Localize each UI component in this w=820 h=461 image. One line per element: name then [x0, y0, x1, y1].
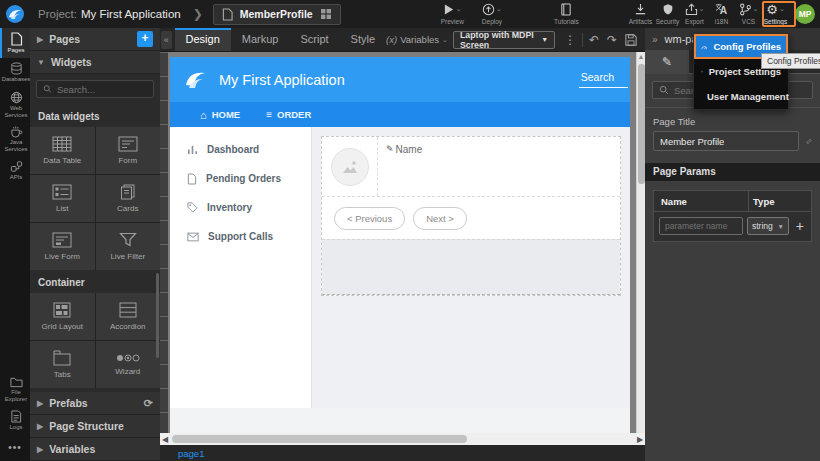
grid-icon[interactable] — [320, 8, 332, 20]
page-tab-memberprofile[interactable]: MemberProfile — [213, 4, 341, 25]
scroll-right-arrow[interactable]: ▶ — [635, 435, 645, 444]
sidebar-item-logs[interactable]: Logs — [0, 406, 30, 436]
widget-live-filter[interactable]: Live Filter — [96, 223, 161, 270]
image-placeholder — [331, 148, 369, 186]
list-icon — [52, 184, 72, 200]
collapse-left-panel-button[interactable]: « — [161, 31, 172, 49]
prefabs-section-header[interactable]: ▶ Prefabs ⟳ — [30, 392, 160, 415]
variables-dropdown-button[interactable]: (x) Variables ⌄ — [386, 34, 448, 45]
sidebar-item-databases[interactable]: Databases — [0, 58, 30, 88]
name-field[interactable]: ✎ Name — [378, 137, 422, 196]
previous-button[interactable]: < Previous — [334, 207, 405, 230]
menu-item-support-calls[interactable]: Support Calls — [170, 222, 311, 251]
user-avatar[interactable]: MP — [795, 4, 815, 24]
tab-markup[interactable]: Markup — [231, 28, 290, 51]
widget-grid-layout[interactable]: Grid Layout — [30, 293, 95, 340]
page-title-input[interactable] — [653, 131, 799, 151]
refresh-icon[interactable]: ⟳ — [144, 397, 153, 410]
properties-tab-edit[interactable]: ✎ — [645, 50, 689, 74]
preview-button[interactable]: ⌄ Preview — [441, 0, 464, 28]
widget-list[interactable]: List — [30, 175, 95, 222]
more-options-icon[interactable]: ⋮ — [560, 33, 580, 47]
menu-item-inventory[interactable]: Inventory — [170, 193, 311, 222]
tab-script[interactable]: Script — [289, 28, 339, 51]
widget-search-input[interactable] — [57, 84, 147, 95]
sidebar-item-apis[interactable]: APIs — [0, 156, 30, 186]
preview-nav-order[interactable]: ≡ ORDER — [266, 109, 311, 120]
widget-live-form[interactable]: Live Form — [30, 223, 95, 270]
menu-item-user-management[interactable]: User Management — [694, 84, 788, 109]
member-card[interactable]: ✎ Name — [322, 137, 620, 197]
canvas-vertical-scrollbar[interactable]: ▲ — [636, 52, 645, 433]
preview-search-field[interactable]: Search — [579, 71, 628, 88]
sidebar-item-web-services[interactable]: Web Services — [0, 88, 30, 122]
menu-item-dashboard[interactable]: Dashboard — [170, 135, 311, 164]
preview-body: Dashboard Pending Orders Inventory — [170, 127, 630, 408]
add-page-button[interactable]: + — [137, 31, 153, 47]
settings-button[interactable]: ⚙ ⌄ Settings — [762, 0, 789, 28]
chevron-down-icon[interactable]: ⌄ — [456, 5, 462, 13]
bind-link-icon[interactable] — [806, 135, 812, 148]
page-design-surface[interactable]: My First Application Search ⌂ HOME ≡ ORD… — [170, 57, 630, 433]
param-type-select[interactable]: string ▼ — [747, 217, 789, 235]
variables-section-header[interactable]: ▶ Variables — [30, 438, 160, 461]
scroll-left-arrow[interactable]: ◀ — [160, 435, 170, 444]
empty-content-block[interactable] — [322, 239, 620, 295]
widget-accordion[interactable]: Accordion — [96, 293, 161, 340]
preview-nav-home[interactable]: ⌂ HOME — [200, 109, 240, 121]
redo-icon[interactable]: ↷ — [603, 33, 621, 47]
column-type: Type — [748, 191, 811, 211]
shield-icon — [662, 3, 674, 16]
chevron-down-icon[interactable]: ⌄ — [699, 5, 705, 13]
preview-app-title: My First Application — [219, 72, 345, 88]
scroll-up-arrow[interactable]: ▲ — [637, 52, 645, 61]
menu-item-pending-orders[interactable]: Pending Orders — [170, 164, 311, 193]
export-button[interactable]: ⌄ Export — [681, 0, 708, 28]
widget-search[interactable] — [36, 80, 154, 98]
chevron-down-icon[interactable]: ⌄ — [496, 5, 502, 13]
horizontal-scroll-thumb[interactable] — [172, 435, 467, 443]
dropdown-arrow-icon: ▼ — [777, 223, 783, 230]
page-params-table: Name Type string ▼ + — [653, 190, 812, 242]
param-name-input[interactable] — [659, 217, 743, 235]
page1-tab[interactable]: page1 — [178, 448, 204, 459]
canvas-horizontal-scrollbar[interactable]: ◀ ▶ — [160, 433, 645, 445]
deploy-icon — [482, 3, 495, 16]
branch-icon — [739, 3, 752, 16]
tab-design[interactable]: Design — [175, 28, 231, 51]
more-icon[interactable]: ••• — [0, 436, 30, 461]
selected-widget-region[interactable]: ✎ Name < Previous Next > — [321, 136, 621, 296]
chevron-down-icon[interactable]: ⌄ — [753, 5, 759, 13]
collapse-right-panel-button[interactable]: » — [652, 34, 658, 45]
security-button[interactable]: Security — [654, 0, 681, 28]
pager-row: < Previous Next > — [322, 197, 620, 239]
widget-tabs[interactable]: Tabs — [30, 341, 95, 388]
widget-data-table[interactable]: Data Table — [30, 127, 95, 174]
pages-section-header[interactable]: ▶ Pages + — [30, 28, 160, 51]
artifacts-button[interactable]: Artifacts — [627, 0, 654, 28]
vcs-button[interactable]: ⌄ VCS — [735, 0, 762, 28]
device-preview-select[interactable]: Laptop with MDPI Screen ▼ — [453, 31, 555, 49]
save-icon[interactable] — [621, 34, 645, 46]
i18n-button[interactable]: A i18N — [708, 0, 735, 28]
wizard-icon — [116, 353, 140, 363]
sidebar-item-file-explorer[interactable]: File Explorer — [0, 373, 30, 406]
widget-form[interactable]: Form — [96, 127, 161, 174]
page-structure-section-header[interactable]: ▶ Page Structure — [30, 415, 160, 438]
accordion-icon — [119, 302, 137, 318]
tab-style[interactable]: Style — [340, 28, 386, 51]
widget-wizard[interactable]: Wizard — [96, 341, 161, 388]
chevron-down-icon[interactable]: ⌄ — [779, 5, 785, 13]
sidebar-item-pages[interactable]: Pages — [0, 28, 30, 58]
widget-cards[interactable]: Cards — [96, 175, 161, 222]
vertical-scroll-thumb[interactable] — [638, 64, 645, 184]
deploy-button[interactable]: ⌄ Deploy — [482, 0, 502, 28]
expanded-arrow-icon: ▼ — [37, 58, 45, 67]
undo-icon[interactable]: ↶ — [585, 33, 603, 47]
sidebar-item-java-services[interactable]: Java Services — [0, 122, 30, 156]
add-param-button[interactable]: + — [793, 218, 807, 234]
widgets-section-header[interactable]: ▼ Widgets — [30, 51, 160, 74]
tutorials-button[interactable]: Tutorials — [554, 0, 579, 28]
left-panel-scrollbar[interactable] — [156, 273, 159, 358]
next-button[interactable]: Next > — [413, 207, 467, 230]
